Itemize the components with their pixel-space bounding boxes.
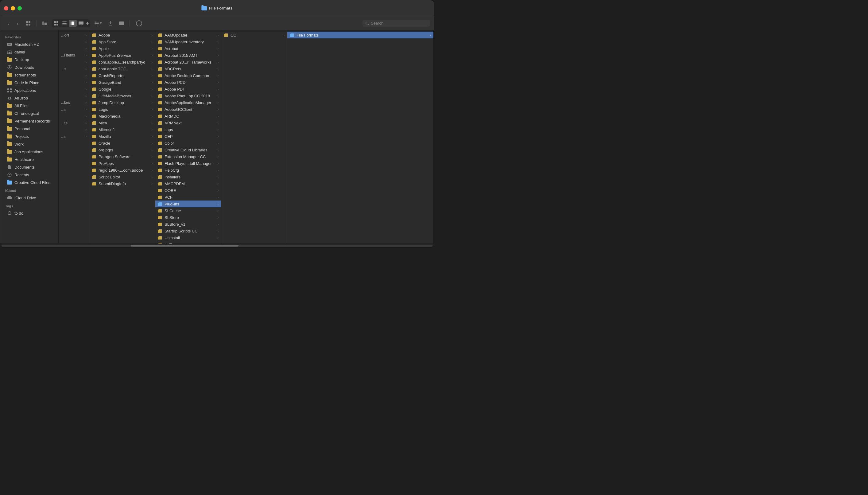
col-item[interactable]: ›	[59, 126, 89, 133]
sidebar-item-macintosh-hd[interactable]: Macintosh HD	[2, 40, 56, 48]
sidebar-item-all-files[interactable]: All Files	[2, 102, 56, 109]
col-item[interactable]: ›	[59, 72, 89, 79]
minimize-button[interactable]	[11, 6, 15, 11]
search-bar[interactable]	[362, 20, 430, 27]
sidebar-item-icloud-drive[interactable]: iCloud Drive	[2, 194, 56, 202]
maximize-button[interactable]	[17, 6, 22, 11]
sidebar-item-daniel[interactable]: daniel	[2, 48, 56, 55]
col-item[interactable]: AAMUpdater›	[155, 32, 221, 38]
sidebar-item-screenshots[interactable]: screenshots	[2, 71, 56, 79]
sidebar-item-personal[interactable]: Personal	[2, 125, 56, 132]
col-item[interactable]: Apple›	[89, 45, 155, 52]
col-item[interactable]: App Store›	[89, 38, 155, 45]
col-item[interactable]: AAMUpdaterInventory›	[155, 38, 221, 45]
col-item[interactable]: CEP›	[155, 133, 221, 140]
gallery-view-button[interactable]	[77, 20, 85, 27]
col-item-cc[interactable]: CC ›	[221, 32, 287, 38]
col-item[interactable]: Adobe PCD›	[155, 79, 221, 86]
share-button[interactable]	[106, 19, 115, 28]
sidebar-item-documents[interactable]: Documents	[2, 164, 56, 171]
col-item[interactable]: Adobe Phot...op CC 2018›	[155, 92, 221, 99]
col-item[interactable]: PCF›	[155, 194, 221, 201]
col-item[interactable]: ...ort ›	[59, 32, 89, 38]
sidebar-item-job-applications[interactable]: Job Applications	[2, 148, 56, 155]
col-item[interactable]: ProApps›	[89, 160, 155, 167]
col-item[interactable]: Startup Scripts CC›	[155, 227, 221, 234]
col-item[interactable]: com.apple.i...searchpartyd›	[89, 59, 155, 65]
col-item[interactable]: ›	[59, 59, 89, 65]
col-item[interactable]: ›	[59, 79, 89, 86]
col-item[interactable]: ›	[59, 38, 89, 45]
col-item[interactable]: ARMNext›	[155, 119, 221, 126]
view-options-button[interactable]	[24, 19, 33, 28]
col-item[interactable]: SLCache›	[155, 207, 221, 214]
sidebar-item-work[interactable]: Work	[2, 140, 56, 148]
col-item[interactable]: Mica›	[89, 119, 155, 126]
col-item[interactable]: ›	[59, 113, 89, 119]
col-item[interactable]: SLStore_v1›	[155, 221, 221, 227]
col-item[interactable]: Script Editor›	[89, 173, 155, 180]
col-item-file-formats[interactable]: File Formats ›	[287, 32, 433, 38]
horizontal-scrollbar[interactable]	[2, 245, 432, 246]
col-item[interactable]: Flash Player...tall Manager›	[155, 160, 221, 167]
col-item[interactable]: OOBE›	[155, 187, 221, 194]
col-item[interactable]: ...s ›	[59, 106, 89, 113]
sidebar-item-recents[interactable]: Recents	[2, 171, 56, 178]
sidebar-item-airdrop[interactable]: AirDrop	[2, 94, 56, 102]
col-item[interactable]: CrashReporter›	[89, 72, 155, 79]
col-item[interactable]: ...kes ›	[59, 99, 89, 106]
col-item[interactable]: ARMDC›	[155, 113, 221, 119]
arrange-button[interactable]	[93, 19, 104, 28]
col-item[interactable]: Macromedia›	[89, 113, 155, 119]
col-item[interactable]: Logic›	[89, 106, 155, 113]
col-item[interactable]: regid.1986-....com.adobe›	[89, 167, 155, 173]
col-item[interactable]: ...l Items ›	[59, 52, 89, 59]
sidebar-item-applications[interactable]: Applications	[2, 87, 56, 94]
col-item[interactable]: AdobeApplicationManager›	[155, 99, 221, 106]
col-item[interactable]: ...s ›	[59, 65, 89, 72]
col-item[interactable]: Paragon Software›	[89, 153, 155, 160]
sidebar-item-downloads[interactable]: Downloads	[2, 64, 56, 71]
col-item[interactable]: SLStore›	[155, 214, 221, 221]
forward-button[interactable]: ›	[13, 19, 22, 28]
info-button[interactable]: i	[134, 19, 145, 28]
col-item[interactable]: iLifeMediaBrowser›	[89, 92, 155, 99]
search-input[interactable]	[371, 21, 427, 25]
col-item[interactable]: ›	[59, 45, 89, 52]
col-item[interactable]: Adobe Desktop Common›	[155, 72, 221, 79]
col-item[interactable]: com.apple.TCC›	[89, 65, 155, 72]
col-item[interactable]: Uninstall›	[155, 234, 221, 241]
col-item[interactable]: Acrobat›	[155, 45, 221, 52]
col-item[interactable]: MACPDFM›	[155, 180, 221, 187]
sidebar-item-desktop[interactable]: Desktop	[2, 56, 56, 63]
icon-view-button[interactable]	[52, 20, 60, 27]
col-item[interactable]: Oracle›	[89, 140, 155, 147]
col-item[interactable]: Creative Cloud Libraries›	[155, 147, 221, 153]
col-item[interactable]: AdobeGCClient›	[155, 106, 221, 113]
sidebar-toggle-button[interactable]	[40, 19, 49, 28]
col-item[interactable]: ApplePushService›	[89, 52, 155, 59]
back-button[interactable]: ‹	[4, 19, 13, 28]
col-item[interactable]: Extension Manager CC›	[155, 153, 221, 160]
close-button[interactable]	[4, 6, 8, 11]
col-item[interactable]: HelpCfg›	[155, 167, 221, 173]
col-item[interactable]: Acrobat 2015 AMT›	[155, 52, 221, 59]
col-item[interactable]: ADCRefs›	[155, 65, 221, 72]
col-item[interactable]: Microsoft›	[89, 126, 155, 133]
view-options-dropdown[interactable]	[85, 20, 90, 27]
sidebar-item-projects[interactable]: Projects	[2, 133, 56, 140]
col-item[interactable]: Adobe›	[89, 32, 155, 38]
sidebar-item-chronological[interactable]: Chronological	[2, 109, 56, 117]
sidebar-item-healthcare[interactable]: Healthcare	[2, 156, 56, 163]
col-item[interactable]: UXP›	[155, 241, 221, 243]
col-item[interactable]: org.pqrs›	[89, 147, 155, 153]
col-item[interactable]: Adobe PDF›	[155, 86, 221, 92]
sidebar-item-tag-todo[interactable]: to do	[2, 209, 56, 217]
col-item[interactable]: Color›	[155, 140, 221, 147]
tag-button[interactable]	[117, 19, 126, 28]
col-item[interactable]: ›	[59, 92, 89, 99]
column-view-button[interactable]	[69, 20, 77, 27]
sidebar-item-creative-cloud[interactable]: Creative Cloud Files	[2, 179, 56, 186]
col-item[interactable]: ›	[59, 86, 89, 92]
col-item[interactable]: Jump Desktop›	[89, 99, 155, 106]
